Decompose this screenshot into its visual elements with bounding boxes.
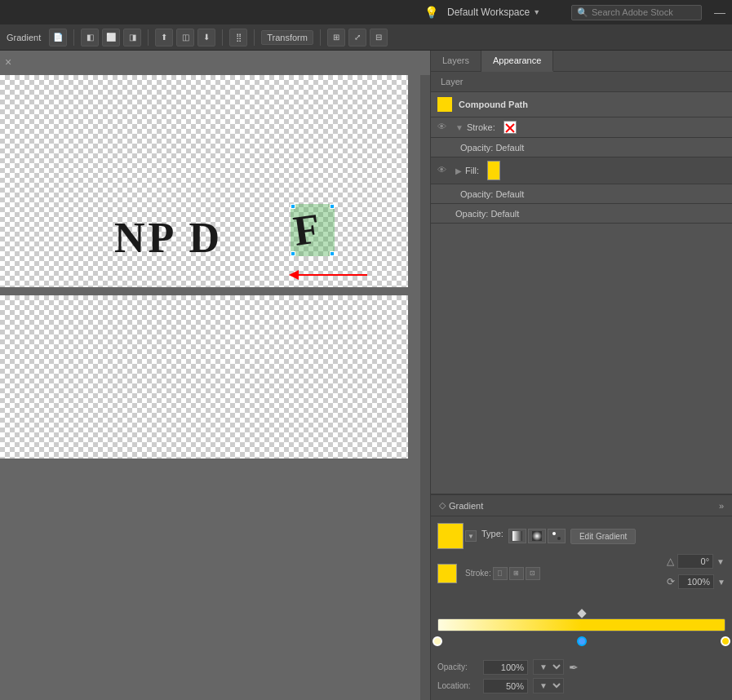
angle-dropdown[interactable]: ▼ bbox=[716, 557, 725, 566]
layer-section-header: Layer bbox=[431, 72, 732, 92]
transform-extra-btn[interactable]: ⊞ bbox=[327, 29, 345, 47]
gradient-panel-header: ◇ Gradient » bbox=[431, 495, 732, 516]
angle-row: △ ▼ bbox=[667, 554, 725, 569]
linear-gradient-btn[interactable] bbox=[508, 529, 526, 543]
stroke-opacity-label: Opacity: Default bbox=[460, 143, 524, 153]
search-bar[interactable]: 🔍 Search Adobe Stock bbox=[571, 5, 702, 20]
gradient-stop-mid[interactable] bbox=[577, 636, 587, 646]
location-field-input[interactable] bbox=[483, 679, 528, 693]
stroke-label-grad: Stroke: bbox=[465, 569, 491, 578]
gradient-swatch-expand[interactable]: ▼ bbox=[465, 530, 477, 542]
workspace-chevron-icon: ▼ bbox=[533, 8, 540, 16]
align-center-btn[interactable]: ⬜ bbox=[102, 29, 120, 47]
gradient-track[interactable] bbox=[437, 618, 725, 631]
handle-tr[interactable] bbox=[330, 204, 335, 209]
transform-btn[interactable]: Transform bbox=[261, 30, 313, 45]
separator-3 bbox=[222, 29, 223, 46]
canvas-scrollbar[interactable] bbox=[420, 75, 430, 700]
stroke-align-center[interactable]: ⊞ bbox=[509, 567, 524, 580]
fill-eye-icon[interactable]: 👁 bbox=[437, 165, 450, 176]
tab-appearance[interactable]: Appearance bbox=[481, 51, 553, 72]
handle-bl[interactable] bbox=[291, 251, 295, 256]
stroke-expand-icon[interactable]: ▼ bbox=[455, 123, 464, 132]
opacity-field-input[interactable] bbox=[483, 660, 528, 675]
align-bottom-btn[interactable]: ⬇ bbox=[197, 29, 215, 47]
workspace-selector[interactable]: Default Workspace ▼ bbox=[447, 7, 540, 18]
separator-2 bbox=[148, 29, 149, 46]
tab-layers[interactable]: Layers bbox=[431, 51, 481, 71]
distribute-btn[interactable]: ⣿ bbox=[229, 29, 247, 47]
canvas-container: NP D F bbox=[0, 75, 420, 700]
fill-opacity-row: Opacity: Default bbox=[431, 184, 732, 204]
gradient-stroke-swatch[interactable] bbox=[437, 564, 457, 583]
canvas-text-npd: NP D bbox=[114, 214, 223, 262]
appearance-panel: Layer Compound Path 👁 ▼ Stroke: bbox=[431, 72, 732, 494]
stroke-opacity-row: Opacity: Default bbox=[431, 138, 732, 157]
search-icon: 🔍 bbox=[577, 7, 588, 18]
type-label: Type: bbox=[481, 529, 504, 543]
stroke-align-outside[interactable]: ⊡ bbox=[526, 567, 540, 580]
menu-icons-right: — bbox=[714, 6, 732, 19]
gradient-diamond-icon: ◇ bbox=[439, 500, 446, 511]
separator-1 bbox=[73, 29, 74, 46]
angle-icon: △ bbox=[667, 556, 674, 567]
stroke-row: 👁 ▼ Stroke: bbox=[431, 117, 732, 138]
new-doc-btn[interactable]: 📄 bbox=[49, 29, 67, 47]
minimize-icon[interactable]: — bbox=[714, 6, 725, 19]
align-right-btn[interactable]: ◨ bbox=[123, 29, 141, 47]
location-field-dropdown[interactable]: ▼ bbox=[533, 678, 564, 693]
separator-5 bbox=[320, 29, 321, 46]
gradient-mid-diamond[interactable] bbox=[579, 610, 585, 617]
gradient-title: ◇ Gradient bbox=[439, 500, 483, 511]
stroke-label: Stroke: bbox=[467, 122, 495, 132]
gradient-expand-btn[interactable]: » bbox=[719, 501, 724, 511]
radial-gradient-btn[interactable] bbox=[528, 529, 546, 543]
envelope-btn[interactable]: ⊟ bbox=[370, 29, 388, 47]
stroke-align-inside[interactable]: ⎕ bbox=[493, 567, 508, 580]
f-selection-bg bbox=[291, 204, 335, 256]
gradient-bottom-stops bbox=[437, 635, 725, 646]
gradient-stop-right[interactable] bbox=[721, 636, 730, 646]
opacity-field-dropdown[interactable]: ▼ bbox=[533, 659, 564, 675]
gradient-type-row: ▼ Type: Edit Gradient bbox=[437, 523, 725, 549]
gradient-stroke-row: Stroke: ⎕ ⊞ ⊡ △ ▼ ⟳ bbox=[437, 554, 725, 592]
fill-row: 👁 ▶ Fill: bbox=[431, 157, 732, 184]
overall-opacity-row: 👁 Opacity: Default bbox=[431, 204, 732, 224]
tool-label: Gradient bbox=[7, 33, 41, 42]
freeform-gradient-btn[interactable] bbox=[548, 529, 566, 543]
gradient-stop-left[interactable] bbox=[433, 636, 442, 646]
align-middle-btn[interactable]: ◫ bbox=[176, 29, 194, 47]
overall-opacity-label: Opacity: Default bbox=[455, 209, 519, 219]
top-bar: 💡 Default Workspace ▼ 🔍 Search Adobe Sto… bbox=[0, 0, 732, 24]
warp-btn[interactable]: ⤢ bbox=[348, 29, 366, 47]
fill-label: Fill: bbox=[465, 166, 479, 175]
panel-tabs: Layers Appearance bbox=[431, 51, 732, 72]
fill-opacity-label: Opacity: Default bbox=[460, 189, 524, 199]
compound-path-swatch[interactable] bbox=[437, 97, 452, 112]
angle-input[interactable] bbox=[677, 554, 713, 569]
gradient-preview-swatch[interactable] bbox=[437, 523, 464, 549]
stroke-eye-icon[interactable]: 👁 bbox=[437, 122, 450, 133]
stroke-swatch[interactable] bbox=[504, 121, 517, 134]
location-dropdown[interactable]: ▼ bbox=[717, 578, 725, 587]
opacity-bottom-row: Opacity: ▼ ✒ bbox=[437, 659, 725, 675]
gradient-type-buttons: Type: bbox=[481, 529, 566, 543]
svg-point-4 bbox=[552, 532, 556, 535]
location-input[interactable] bbox=[678, 574, 714, 589]
fill-swatch[interactable] bbox=[487, 161, 500, 180]
gradient-top-stops bbox=[437, 610, 725, 617]
svg-rect-3 bbox=[532, 531, 542, 541]
right-panel: Layers Appearance Layer Compound Path 👁 … bbox=[430, 51, 732, 700]
handle-br[interactable] bbox=[330, 251, 335, 256]
gradient-slider-area: Opacity: ▼ ✒ Location: ▼ bbox=[431, 604, 732, 700]
edit-gradient-btn[interactable]: Edit Gradient bbox=[570, 529, 636, 544]
compound-path-label: Compound Path bbox=[459, 100, 528, 109]
close-btn[interactable]: × bbox=[5, 55, 11, 69]
fill-expand-icon[interactable]: ▶ bbox=[455, 166, 462, 175]
location-field-label: Location: bbox=[437, 681, 478, 690]
handle-tl[interactable] bbox=[291, 204, 295, 209]
svg-point-5 bbox=[557, 537, 561, 540]
align-left-btn[interactable]: ◧ bbox=[81, 29, 99, 47]
eyedropper-icon[interactable]: ✒ bbox=[569, 661, 579, 674]
align-top-btn[interactable]: ⬆ bbox=[155, 29, 173, 47]
